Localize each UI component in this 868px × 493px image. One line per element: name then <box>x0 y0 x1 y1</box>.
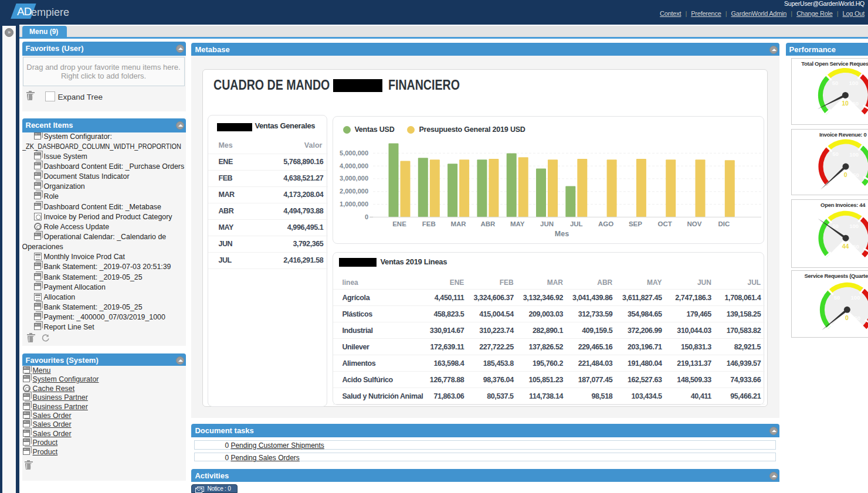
svg-text:MAR: MAR <box>451 220 467 227</box>
svg-text:150: 150 <box>849 243 859 250</box>
svg-text:ABR: ABR <box>481 220 496 227</box>
svg-text:100: 100 <box>849 223 859 229</box>
svg-text:2,000,000: 2,000,000 <box>340 188 368 195</box>
svg-text:NOV: NOV <box>687 220 702 227</box>
svg-text:44: 44 <box>842 243 849 250</box>
svg-text:150: 150 <box>849 172 859 178</box>
svg-text:3,000,000: 3,000,000 <box>340 175 368 182</box>
svg-text:10: 10 <box>842 100 849 107</box>
svg-text:100: 100 <box>850 294 860 301</box>
svg-text:0: 0 <box>365 213 368 220</box>
svg-text:50: 50 <box>832 80 838 86</box>
svg-text:MAY: MAY <box>510 220 525 227</box>
svg-text:100: 100 <box>849 80 858 86</box>
svg-text:OCT: OCT <box>658 220 672 227</box>
svg-text:150: 150 <box>849 100 859 107</box>
svg-text:DIC: DIC <box>718 220 730 227</box>
svg-text:JUL: JUL <box>570 220 583 227</box>
svg-text:JUN: JUN <box>540 220 554 227</box>
svg-text:0: 0 <box>845 314 849 321</box>
svg-text:ENE: ENE <box>393 220 407 227</box>
svg-text:1,000,000: 1,000,000 <box>340 200 368 208</box>
svg-text:150: 150 <box>851 315 860 321</box>
svg-text:SEP: SEP <box>629 220 642 227</box>
svg-text:50: 50 <box>833 294 840 301</box>
svg-text:50: 50 <box>832 151 839 157</box>
svg-text:4,000,000: 4,000,000 <box>340 162 368 169</box>
svg-text:FEB: FEB <box>422 220 436 227</box>
svg-text:AGO: AGO <box>598 220 613 227</box>
svg-text:0: 0 <box>843 171 847 178</box>
svg-text:50: 50 <box>832 223 839 229</box>
svg-text:Mes: Mes <box>555 230 569 238</box>
svg-text:100: 100 <box>849 151 859 158</box>
svg-text:5,000,000: 5,000,000 <box>340 149 368 157</box>
